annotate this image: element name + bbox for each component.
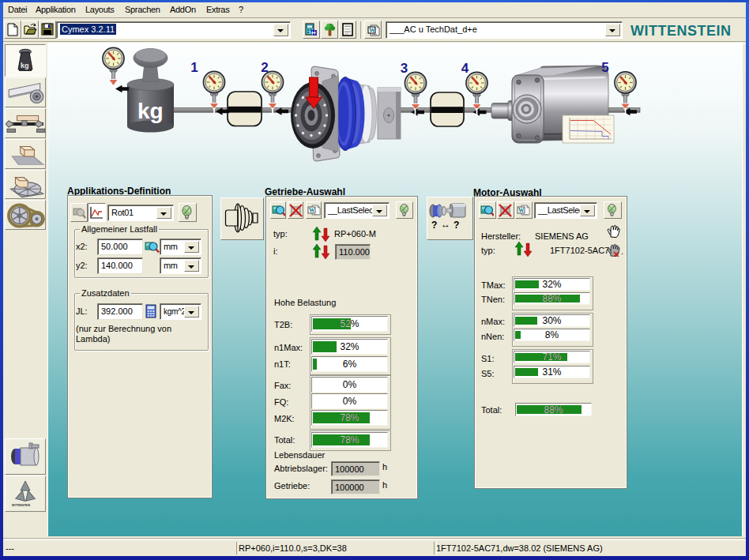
svg-text:WITTENSTEIN: WITTENSTEIN [12,504,31,507]
svg-text:W: W [518,207,525,214]
svg-text:5: 5 [601,60,608,75]
svg-text:W: W [309,207,315,214]
svg-text:3: 3 [401,61,408,76]
svg-text:2: 2 [261,60,268,75]
svg-text:↔: ↔ [441,219,450,230]
svg-text:W: W [369,27,375,34]
svg-text:4: 4 [461,61,469,76]
svg-text:kg: kg [137,99,164,123]
svg-text:1: 1 [190,60,198,75]
svg-text:?: ? [431,220,437,231]
svg-text:?: ? [454,220,459,231]
svg-text:kg: kg [21,62,29,70]
